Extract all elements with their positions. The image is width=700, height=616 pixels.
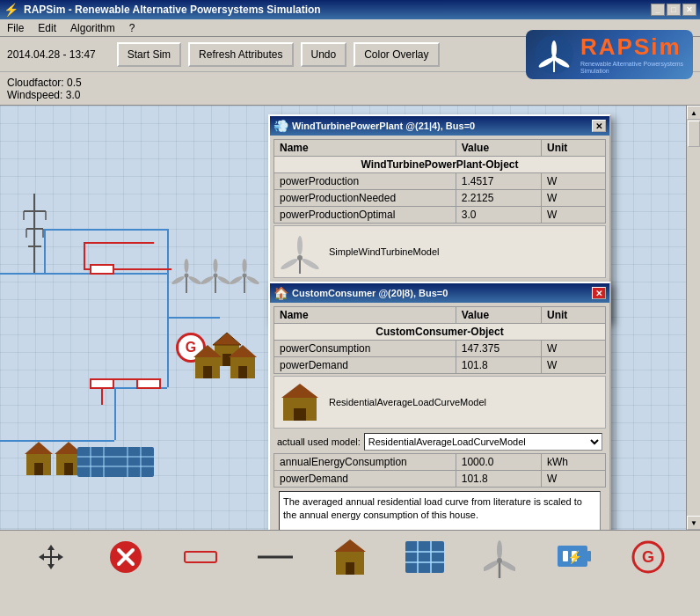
color-overlay-button[interactable]: Color Overlay	[354, 42, 439, 67]
wire-v-4	[114, 387, 116, 440]
consumer-dialog-content: Name Value Unit CustomConsumer-Object po…	[270, 303, 609, 530]
wind-model-icon	[278, 230, 322, 274]
consumer-group-label: CustomConsumer-Object	[274, 324, 606, 341]
undo-button[interactable]: Undo	[301, 42, 347, 67]
svg-text:⚡: ⚡	[566, 550, 582, 565]
svg-rect-44	[64, 463, 73, 475]
delete-tool-icon[interactable]	[106, 538, 145, 576]
consumer-model-preview-row: ResidentialAverageLoadCurveModel	[273, 376, 606, 429]
consumer-model-selector-row: actuall used model: ResidentialAverageLo…	[273, 430, 606, 453]
maximize-button[interactable]: □	[667, 4, 681, 16]
wire-red-h-2	[84, 242, 154, 244]
svg-marker-60	[281, 384, 318, 398]
table-row: powerProductionOptimal 3.0 W	[274, 207, 606, 224]
wind-dialog-close-btn[interactable]: ✕	[592, 120, 606, 132]
start-sim-button[interactable]: Start Sim	[117, 42, 181, 67]
generator-tool-icon[interactable]: G	[629, 538, 667, 576]
solar-panel-1	[77, 447, 117, 480]
house-2	[192, 343, 223, 383]
svg-point-83	[497, 540, 502, 560]
wire-tool-icon[interactable]	[256, 538, 295, 576]
svg-point-22	[201, 275, 215, 285]
menu-edit[interactable]: Edit	[34, 20, 60, 36]
consumer-dialog-titlebar: 🏠 CustomConsumer @(20|8), Bus=0 ✕	[270, 283, 609, 303]
svg-point-23	[214, 274, 218, 278]
move-tool-icon[interactable]	[32, 538, 70, 576]
title-bar-buttons: _ □ ✕	[651, 4, 696, 16]
wind-turbine-tool-icon[interactable]	[480, 538, 519, 576]
consumer-col-value: Value	[456, 307, 541, 324]
consumer-col-name: Name	[274, 307, 456, 324]
svg-text:G: G	[642, 548, 654, 566]
svg-rect-77	[405, 541, 444, 573]
windspeed-label: Windspeed: 3.0	[7, 89, 693, 101]
svg-point-25	[243, 259, 247, 273]
solar-tool-icon[interactable]	[405, 538, 444, 576]
minimize-button[interactable]: _	[651, 4, 665, 16]
scroll-up-arrow[interactable]: ▲	[687, 106, 700, 120]
svg-point-17	[171, 275, 186, 285]
cloudfactor-label: Cloudfactor: 0.5	[7, 77, 693, 89]
consumer-properties-table: Name Value Unit CustomConsumer-Object po…	[273, 306, 606, 374]
wire-red-v-1	[84, 242, 85, 268]
wind-turbine-1	[171, 253, 202, 296]
consumer-col-unit: Unit	[542, 307, 606, 324]
wire-h-2	[44, 229, 167, 231]
svg-point-86	[497, 558, 502, 563]
wind-turbine-3	[230, 253, 260, 296]
wind-col-name: Name	[274, 140, 456, 157]
datetime-label: 2014.04.28 - 13:47	[7, 48, 96, 61]
logo-brand: RAPSim	[580, 33, 686, 61]
table-row: powerProduction 1.4517 W	[274, 173, 606, 190]
svg-marker-68	[58, 554, 63, 561]
wind-group-label: WindTurbinePowerPlant-Object	[274, 157, 606, 173]
close-button[interactable]: ✕	[682, 4, 696, 16]
title-bar: ⚡ RAPSim - Renewable Alternative Powersy…	[0, 0, 700, 19]
consumer-dialog-title-area: 🏠 CustomConsumer @(20|8), Bus=0	[273, 286, 448, 300]
cable-tool-icon[interactable]	[181, 538, 220, 576]
wind-model-preview-row: SimpleWindTurbineModel	[273, 225, 606, 278]
wind-dialog-title: WindTurbinePowerPlant @(21|4), Bus=0	[292, 121, 475, 131]
svg-rect-38	[238, 366, 247, 378]
solar-panel-2	[114, 447, 154, 480]
consumer-icon: 🏠	[273, 286, 288, 300]
consumer-dialog-close-btn[interactable]: ✕	[592, 287, 606, 299]
wire-v-3	[167, 317, 169, 387]
house-tool-icon[interactable]	[331, 538, 369, 576]
menu-algorithm[interactable]: Algorithm	[67, 20, 119, 36]
svg-marker-74	[334, 539, 366, 552]
canvas-scrollbar[interactable]: ▲ ▼	[686, 106, 700, 530]
bottom-toolbar: ⚡ G	[0, 530, 700, 583]
menu-help[interactable]: ?	[126, 20, 139, 36]
logo-area: RAPSim Renewable Alternative Powersystem…	[526, 30, 693, 79]
wind-dialog-titlebar: 💨 WindTurbinePowerPlant @(21|4), Bus=0 ✕	[270, 116, 609, 136]
toolbar: 2014.04.28 - 13:47 Start Sim Refresh Att…	[0, 37, 700, 72]
wind-col-unit: Unit	[542, 140, 606, 157]
consumer-dialog-title: CustomConsumer @(20|8), Bus=0	[292, 288, 448, 298]
consumer-extra-table: annualEnergyConsumption 1000.0 kWh power…	[273, 453, 606, 488]
svg-rect-35	[203, 366, 212, 378]
consumer-dialog[interactable]: 🏠 CustomConsumer @(20|8), Bus=0 ✕ Name V…	[268, 282, 611, 530]
transformer-tower	[19, 194, 50, 275]
scroll-down-arrow[interactable]: ▼	[687, 516, 700, 530]
svg-point-57	[301, 257, 320, 271]
consumer-model-label: actuall used model:	[277, 436, 361, 447]
svg-point-28	[243, 274, 247, 278]
consumer-model-image-label: ResidentialAverageLoadCurveModel	[329, 397, 486, 407]
svg-rect-76	[346, 562, 354, 575]
table-row: powerProductionNeeded 2.2125 W	[274, 190, 606, 207]
consumer-model-select[interactable]: ResidentialAverageLoadCurveModel	[364, 433, 602, 451]
refresh-attributes-button[interactable]: Refresh Attributes	[188, 42, 293, 67]
scroll-thumb[interactable]	[688, 121, 700, 147]
consumer-model-icon	[278, 380, 322, 424]
battery-tool-icon[interactable]: ⚡	[555, 538, 594, 576]
svg-point-27	[230, 275, 244, 285]
svg-point-56	[297, 236, 303, 255]
wind-icon: 💨	[273, 119, 288, 133]
wind-col-value: Value	[456, 140, 541, 157]
app-title: RAPSim - Renewable Alternative Powersyst…	[24, 4, 321, 16]
logo-text: RAPSim Renewable Alternative Powersystem…	[580, 33, 686, 74]
svg-point-18	[185, 274, 189, 278]
menu-file[interactable]: File	[4, 20, 27, 36]
canvas-area[interactable]: G	[0, 106, 700, 530]
